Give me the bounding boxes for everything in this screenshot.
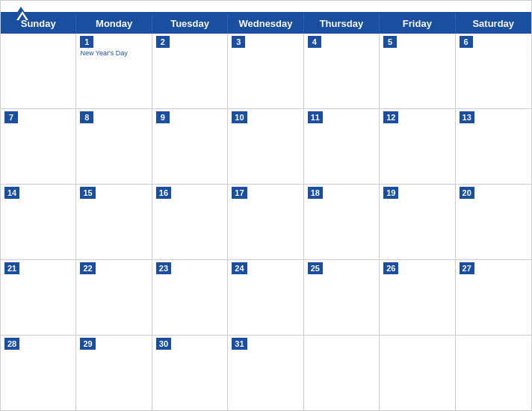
day-cell: 6 (456, 34, 531, 108)
day-cell: 20 (456, 185, 531, 259)
header-saturday: Saturday (456, 13, 531, 34)
day-number: 8 (80, 111, 93, 123)
day-cell (1, 34, 76, 108)
day-number: 6 (460, 36, 473, 48)
day-cell: 29 (76, 336, 152, 410)
day-headers: Sunday Monday Tuesday Wednesday Thursday… (1, 13, 531, 34)
day-cell: 22 (76, 260, 152, 335)
day-number: 21 (4, 262, 19, 274)
header-wednesday: Wednesday (228, 13, 303, 34)
day-cell: 16 (152, 185, 228, 259)
day-cell: 30 (152, 336, 228, 410)
day-number: 14 (4, 187, 19, 199)
week-row: 1New Year's Day23456 (1, 34, 531, 109)
day-cell: 25 (304, 260, 380, 335)
day-number: 15 (80, 187, 95, 199)
day-cell: 4 (304, 34, 380, 108)
day-cell: 17 (228, 185, 303, 259)
day-number: 16 (156, 187, 171, 199)
day-cell (380, 336, 455, 410)
day-number: 22 (80, 262, 95, 274)
day-cell: 10 (228, 109, 303, 184)
day-number: 19 (383, 187, 398, 199)
day-number: 23 (156, 262, 171, 274)
day-cell: 23 (152, 260, 228, 335)
day-cell: 12 (380, 109, 455, 184)
day-number: 27 (460, 262, 474, 274)
day-cell: 2 (152, 34, 228, 108)
day-number: 1 (80, 36, 93, 48)
day-number: 26 (383, 262, 398, 274)
day-number: 4 (308, 36, 321, 48)
day-number: 2 (156, 36, 170, 48)
week-row: 14151617181920 (1, 185, 531, 260)
day-cell: 3 (228, 34, 303, 108)
day-cell: 11 (304, 109, 380, 184)
holiday-text: New Year's Day (80, 49, 147, 58)
week-row: 21222324252627 (1, 260, 531, 336)
day-cell: 24 (228, 260, 303, 335)
day-number: 5 (383, 36, 397, 48)
day-number: 12 (383, 111, 398, 123)
calendar: Sunday Monday Tuesday Wednesday Thursday… (0, 0, 532, 411)
logo-icon (12, 7, 30, 20)
day-number: 11 (308, 111, 323, 123)
header-tuesday: Tuesday (152, 13, 228, 34)
calendar-grid: Sunday Monday Tuesday Wednesday Thursday… (1, 12, 531, 410)
week-row: 78910111213 (1, 109, 531, 185)
day-number: 20 (460, 187, 474, 199)
day-cell (456, 336, 531, 410)
day-cell: 27 (456, 260, 531, 335)
day-number: 13 (460, 111, 474, 123)
calendar-header (1, 1, 531, 12)
day-number: 17 (232, 187, 247, 199)
day-number: 10 (232, 111, 247, 123)
header-monday: Monday (76, 13, 152, 34)
day-cell: 5 (380, 34, 455, 108)
day-cell: 26 (380, 260, 455, 335)
day-cell: 1New Year's Day (76, 34, 152, 108)
day-cell (304, 336, 380, 410)
day-cell: 15 (76, 185, 152, 259)
weeks: 1New Year's Day2345678910111213141516171… (1, 34, 531, 410)
logo (12, 7, 33, 20)
day-number: 7 (4, 111, 18, 123)
day-cell: 31 (228, 336, 303, 410)
day-number: 9 (156, 111, 170, 123)
day-number: 18 (308, 187, 323, 199)
day-cell: 14 (1, 185, 76, 259)
day-cell: 7 (1, 109, 76, 184)
header-friday: Friday (380, 13, 455, 34)
week-row: 28293031 (1, 336, 531, 410)
day-cell: 18 (304, 185, 380, 259)
day-number: 25 (308, 262, 323, 274)
day-number: 30 (156, 338, 171, 350)
day-number: 28 (4, 338, 19, 350)
day-cell: 19 (380, 185, 455, 259)
day-number: 3 (232, 36, 245, 48)
day-cell: 21 (1, 260, 76, 335)
day-cell: 8 (76, 109, 152, 184)
day-cell: 28 (1, 336, 76, 410)
header-thursday: Thursday (304, 13, 380, 34)
day-number: 29 (80, 338, 95, 350)
day-number: 31 (232, 338, 247, 350)
day-cell: 13 (456, 109, 531, 184)
day-cell: 9 (152, 109, 228, 184)
day-number: 24 (232, 262, 247, 274)
